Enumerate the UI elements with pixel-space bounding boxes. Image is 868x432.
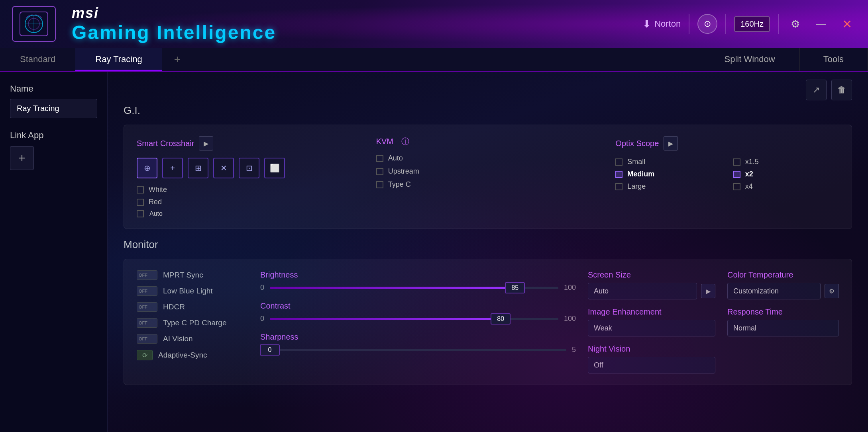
- tab-bar: Standard Ray Tracing + Split Window Tool…: [0, 48, 868, 72]
- kvm-upstream-radio[interactable]: [376, 168, 383, 175]
- gi-section: Smart Crosshair ▶ ⊕ + ⊞ ✕ ⊡ ⬜: [124, 125, 852, 229]
- app-logo-icon: [12, 6, 56, 42]
- msi-brand: msi: [72, 5, 276, 22]
- smart-crosshair-play-btn[interactable]: ▶: [199, 136, 213, 151]
- crosshair-icon-6[interactable]: ⬜: [264, 158, 285, 178]
- header-divider-2: [725, 14, 726, 34]
- name-label: Name: [10, 84, 97, 94]
- brightness-track[interactable]: 85: [270, 287, 558, 289]
- kvm-panel: KVM ⓘ Auto Upstream: [376, 136, 600, 217]
- night-vision-label: Night Vision: [588, 344, 715, 354]
- gaming-intelligence-title: Gaming Intelligence: [72, 22, 276, 43]
- kvm-options: Auto Upstream Type C: [376, 154, 600, 189]
- norton-label: Norton: [654, 19, 681, 29]
- image-enhancement-dropdown-row: Off Weak Medium Strong: [588, 320, 715, 336]
- screen-size-play-btn[interactable]: ▶: [701, 284, 715, 298]
- sharpness-control: Sharpness 0 0 5: [260, 332, 576, 354]
- header-title: msi Gaming Intelligence: [72, 5, 276, 43]
- optix-medium-row: Medium: [615, 170, 721, 178]
- download-icon: ⬇: [642, 18, 651, 30]
- crosshair-icon-3[interactable]: ⊞: [188, 158, 208, 178]
- adaptive-sync-toggle[interactable]: ⟳: [137, 350, 153, 360]
- low-blue-light-toggle[interactable]: OFF: [137, 286, 157, 296]
- contrast-track[interactable]: 80: [270, 318, 558, 320]
- kvm-typec-radio[interactable]: [376, 181, 383, 188]
- header-logo: [12, 6, 56, 42]
- night-vision-dropdown-row: Off Normal Strong Strongest AI: [588, 357, 715, 373]
- image-enhancement-select[interactable]: Off Weak Medium Strong: [588, 320, 715, 336]
- circle-icon-btn[interactable]: ⊙: [697, 14, 717, 34]
- optix-grid: Small x1.5 Medium x2: [615, 158, 839, 191]
- crosshair-icon-1[interactable]: ⊕: [137, 158, 157, 178]
- crosshair-icon-4[interactable]: ✕: [213, 158, 234, 178]
- color-auto-radio[interactable]: [137, 210, 144, 217]
- hdcr-row: OFF HDCR: [137, 302, 248, 312]
- export-icon: ↗: [813, 85, 820, 95]
- position-row: Auto: [137, 210, 360, 217]
- sharpness-track[interactable]: 0: [270, 349, 566, 351]
- night-vision-select[interactable]: Off Normal Strong Strongest AI: [588, 357, 715, 373]
- tab-split-window[interactable]: Split Window: [700, 48, 799, 71]
- norton-button[interactable]: ⬇ Norton: [642, 18, 681, 30]
- gi-section-title: G.I.: [124, 104, 852, 117]
- optix-x2-radio[interactable]: [733, 171, 740, 178]
- tab-tools[interactable]: Tools: [799, 48, 868, 71]
- screen-size-dropdown-row: Auto 17" 19" 21" 24" 27" ▶: [588, 283, 715, 299]
- type-c-pd-toggle[interactable]: OFF: [137, 318, 157, 328]
- brightness-thumb[interactable]: 85: [505, 282, 525, 293]
- kvm-title: KVM ⓘ: [376, 136, 600, 147]
- tab-ray-tracing[interactable]: Ray Tracing: [75, 48, 162, 71]
- optix-x4-radio[interactable]: [733, 183, 740, 190]
- kvm-auto-radio[interactable]: [376, 155, 383, 162]
- crosshair-icon-5[interactable]: ⊡: [239, 158, 259, 178]
- settings-button[interactable]: ⚙: [787, 16, 804, 32]
- optix-small-radio[interactable]: [615, 158, 623, 166]
- header-divider: [689, 14, 689, 34]
- brightness-fill: [270, 287, 515, 289]
- image-enhancement-label: Image Enhancement: [588, 307, 715, 317]
- optix-scope-play-btn[interactable]: ▶: [664, 136, 678, 151]
- optix-large-radio[interactable]: [615, 183, 623, 190]
- adaptive-sync-row: ⟳ Adaptive-Sync: [137, 350, 248, 360]
- mprt-sync-row: OFF MPRT Sync: [137, 270, 248, 280]
- screen-size-label: Screen Size: [588, 270, 715, 280]
- tab-add-button[interactable]: +: [162, 48, 192, 71]
- optix-x15-radio[interactable]: [733, 158, 740, 166]
- tab-standard[interactable]: Standard: [0, 48, 75, 71]
- contrast-thumb[interactable]: 80: [491, 313, 511, 324]
- tab-right-group: Split Window Tools: [700, 48, 868, 71]
- response-time-select[interactable]: Normal Fast Fastest: [727, 320, 839, 336]
- gi-row: Smart Crosshair ▶ ⊕ + ⊞ ✕ ⊡ ⬜: [137, 136, 839, 217]
- link-app-label: Link App: [10, 130, 97, 141]
- close-button[interactable]: ✕: [838, 16, 856, 33]
- sharpness-thumb[interactable]: 0: [260, 344, 280, 356]
- color-temp-settings-btn[interactable]: ⚙: [825, 284, 839, 298]
- delete-button[interactable]: 🗑: [831, 80, 852, 100]
- color-temp-label: Color Temperature: [727, 270, 839, 280]
- low-blue-light-row: OFF Low Blue Light: [137, 286, 248, 296]
- optix-scope-panel: Optix Scope ▶ Small x1.5: [615, 136, 839, 217]
- content-area: ↗ 🗑 G.I. Smart Crosshair ▶ ⊕ +: [108, 72, 868, 432]
- profile-name-input[interactable]: [10, 99, 97, 118]
- color-white-radio[interactable]: [137, 186, 144, 194]
- crosshair-icon-row: ⊕ + ⊞ ✕ ⊡ ⬜: [137, 158, 360, 178]
- crosshair-icon-2[interactable]: +: [162, 158, 183, 178]
- optix-medium-radio[interactable]: [615, 171, 623, 178]
- brightness-slider-row: 0 85 100: [260, 283, 576, 292]
- kvm-info-icon[interactable]: ⓘ: [401, 136, 409, 147]
- minimize-button[interactable]: —: [812, 16, 830, 32]
- ai-vision-toggle[interactable]: OFF: [137, 334, 157, 344]
- circle-icon: ⊙: [704, 19, 711, 29]
- hdcr-toggle[interactable]: OFF: [137, 302, 157, 312]
- optix-x4-row: x4: [733, 182, 839, 191]
- mprt-sync-toggle[interactable]: OFF: [137, 270, 157, 280]
- smart-crosshair-panel: Smart Crosshair ▶ ⊕ + ⊞ ✕ ⊡ ⬜: [137, 136, 360, 217]
- color-red-radio[interactable]: [137, 199, 144, 206]
- color-temp-select[interactable]: Normal Warm Cool Customization: [727, 283, 821, 299]
- optix-large-row: Large: [615, 182, 721, 191]
- sidebar: Name Link App +: [0, 72, 108, 432]
- screen-size-select[interactable]: Auto 17" 19" 21" 24" 27": [588, 283, 697, 299]
- add-link-app-button[interactable]: +: [10, 146, 34, 170]
- export-button[interactable]: ↗: [806, 80, 827, 100]
- color-red-row: Red: [137, 198, 360, 206]
